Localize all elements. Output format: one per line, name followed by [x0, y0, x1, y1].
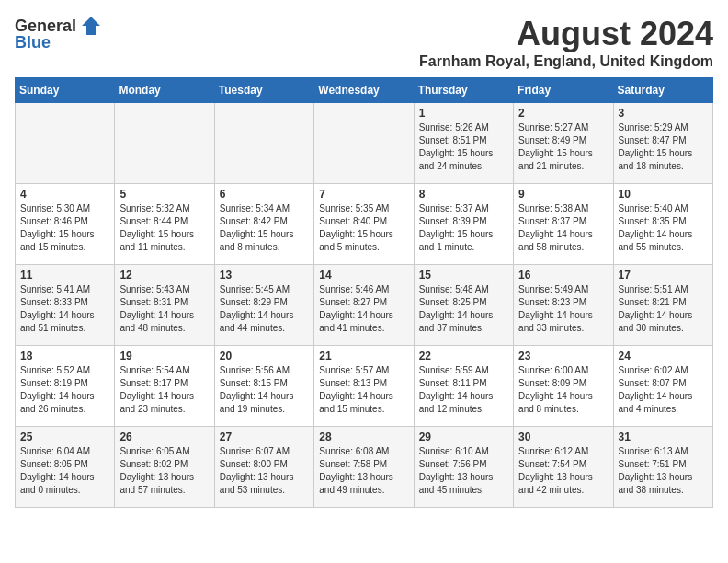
- day-number: 19: [119, 350, 209, 362]
- cell-sun-info: Sunrise: 6:04 AM Sunset: 8:05 PM Dayligh…: [20, 445, 109, 497]
- calendar-cell: 27Sunrise: 6:07 AM Sunset: 8:00 PM Dayli…: [214, 427, 313, 508]
- day-number: 22: [419, 350, 508, 362]
- calendar-cell: 28Sunrise: 6:08 AM Sunset: 7:58 PM Dayli…: [314, 427, 414, 508]
- calendar-cell: 12Sunrise: 5:43 AM Sunset: 8:31 PM Dayli…: [115, 265, 214, 346]
- day-number: 25: [20, 431, 109, 443]
- cell-sun-info: Sunrise: 5:27 AM Sunset: 8:49 PM Dayligh…: [518, 121, 608, 173]
- weekday-header-wednesday: Wednesday: [314, 78, 414, 103]
- cell-sun-info: Sunrise: 5:56 AM Sunset: 8:15 PM Dayligh…: [220, 364, 309, 416]
- cell-sun-info: Sunrise: 5:52 AM Sunset: 8:19 PM Dayligh…: [20, 364, 109, 416]
- logo-icon: [80, 15, 102, 37]
- calendar-cell: 3Sunrise: 5:29 AM Sunset: 8:47 PM Daylig…: [613, 103, 712, 184]
- day-number: 17: [619, 269, 708, 282]
- day-number: 29: [419, 431, 508, 443]
- calendar-cell: 6Sunrise: 5:34 AM Sunset: 8:42 PM Daylig…: [214, 184, 313, 265]
- calendar-cell: [214, 103, 313, 184]
- cell-sun-info: Sunrise: 5:30 AM Sunset: 8:46 PM Dayligh…: [20, 202, 109, 254]
- cell-sun-info: Sunrise: 6:13 AM Sunset: 7:51 PM Dayligh…: [619, 445, 708, 497]
- day-number: 18: [20, 350, 109, 362]
- calendar-week-row: 1Sunrise: 5:26 AM Sunset: 8:51 PM Daylig…: [16, 103, 713, 184]
- day-number: 15: [419, 269, 508, 282]
- calendar-cell: 4Sunrise: 5:30 AM Sunset: 8:46 PM Daylig…: [16, 184, 115, 265]
- day-number: 27: [220, 431, 309, 443]
- calendar-cell: 21Sunrise: 5:57 AM Sunset: 8:13 PM Dayli…: [314, 346, 414, 427]
- svg-marker-0: [82, 17, 100, 35]
- title-block: August 2024 Farnham Royal, England, Unit…: [419, 15, 713, 70]
- cell-sun-info: Sunrise: 5:35 AM Sunset: 8:40 PM Dayligh…: [319, 202, 408, 254]
- calendar-cell: 2Sunrise: 5:27 AM Sunset: 8:49 PM Daylig…: [514, 103, 613, 184]
- calendar-cell: [314, 103, 414, 184]
- calendar-cell: [16, 103, 115, 184]
- weekday-header-friday: Friday: [514, 78, 613, 103]
- calendar-cell: 5Sunrise: 5:32 AM Sunset: 8:44 PM Daylig…: [115, 184, 214, 265]
- day-number: 11: [20, 269, 109, 282]
- day-number: 6: [220, 188, 309, 201]
- page-header: General Blue August 2024 Farnham Royal, …: [15, 15, 713, 70]
- day-number: 28: [319, 431, 408, 443]
- calendar-cell: 15Sunrise: 5:48 AM Sunset: 8:25 PM Dayli…: [414, 265, 513, 346]
- cell-sun-info: Sunrise: 5:41 AM Sunset: 8:33 PM Dayligh…: [20, 283, 109, 335]
- cell-sun-info: Sunrise: 5:34 AM Sunset: 8:42 PM Dayligh…: [220, 202, 309, 254]
- day-number: 23: [518, 350, 608, 362]
- cell-sun-info: Sunrise: 6:10 AM Sunset: 7:56 PM Dayligh…: [419, 445, 508, 497]
- day-number: 10: [619, 188, 708, 201]
- calendar-week-row: 25Sunrise: 6:04 AM Sunset: 8:05 PM Dayli…: [16, 427, 713, 508]
- day-number: 30: [518, 431, 608, 443]
- calendar-cell: 10Sunrise: 5:40 AM Sunset: 8:35 PM Dayli…: [613, 184, 712, 265]
- calendar-cell: 13Sunrise: 5:45 AM Sunset: 8:29 PM Dayli…: [214, 265, 313, 346]
- day-number: 21: [319, 350, 408, 362]
- calendar-cell: 31Sunrise: 6:13 AM Sunset: 7:51 PM Dayli…: [613, 427, 712, 508]
- logo-blue-text: Blue: [15, 33, 51, 52]
- day-number: 2: [518, 107, 608, 120]
- location: Farnham Royal, England, United Kingdom: [419, 53, 713, 70]
- cell-sun-info: Sunrise: 5:54 AM Sunset: 8:17 PM Dayligh…: [119, 364, 209, 416]
- cell-sun-info: Sunrise: 6:12 AM Sunset: 7:54 PM Dayligh…: [518, 445, 608, 497]
- cell-sun-info: Sunrise: 6:02 AM Sunset: 8:07 PM Dayligh…: [619, 364, 708, 416]
- calendar-cell: 22Sunrise: 5:59 AM Sunset: 8:11 PM Dayli…: [414, 346, 513, 427]
- calendar-cell: 9Sunrise: 5:38 AM Sunset: 8:37 PM Daylig…: [514, 184, 613, 265]
- calendar-cell: 7Sunrise: 5:35 AM Sunset: 8:40 PM Daylig…: [314, 184, 414, 265]
- cell-sun-info: Sunrise: 6:08 AM Sunset: 7:58 PM Dayligh…: [319, 445, 408, 497]
- weekday-header-thursday: Thursday: [414, 78, 513, 103]
- calendar-cell: 1Sunrise: 5:26 AM Sunset: 8:51 PM Daylig…: [414, 103, 513, 184]
- day-number: 7: [319, 188, 408, 201]
- calendar-table: SundayMondayTuesdayWednesdayThursdayFrid…: [15, 77, 713, 508]
- cell-sun-info: Sunrise: 5:45 AM Sunset: 8:29 PM Dayligh…: [220, 283, 309, 335]
- month-year: August 2024: [419, 15, 713, 53]
- day-number: 14: [319, 269, 408, 282]
- day-number: 26: [119, 431, 209, 443]
- calendar-cell: 26Sunrise: 6:05 AM Sunset: 8:02 PM Dayli…: [115, 427, 214, 508]
- day-number: 8: [419, 188, 508, 201]
- calendar-week-row: 11Sunrise: 5:41 AM Sunset: 8:33 PM Dayli…: [16, 265, 713, 346]
- calendar-cell: 18Sunrise: 5:52 AM Sunset: 8:19 PM Dayli…: [16, 346, 115, 427]
- cell-sun-info: Sunrise: 5:46 AM Sunset: 8:27 PM Dayligh…: [319, 283, 408, 335]
- calendar-cell: 16Sunrise: 5:49 AM Sunset: 8:23 PM Dayli…: [514, 265, 613, 346]
- calendar-cell: 29Sunrise: 6:10 AM Sunset: 7:56 PM Dayli…: [414, 427, 513, 508]
- cell-sun-info: Sunrise: 5:48 AM Sunset: 8:25 PM Dayligh…: [419, 283, 508, 335]
- calendar-cell: 24Sunrise: 6:02 AM Sunset: 8:07 PM Dayli…: [613, 346, 712, 427]
- day-number: 1: [419, 107, 508, 120]
- cell-sun-info: Sunrise: 5:38 AM Sunset: 8:37 PM Dayligh…: [518, 202, 608, 254]
- day-number: 4: [20, 188, 109, 201]
- cell-sun-info: Sunrise: 6:05 AM Sunset: 8:02 PM Dayligh…: [119, 445, 209, 497]
- calendar-cell: 11Sunrise: 5:41 AM Sunset: 8:33 PM Dayli…: [16, 265, 115, 346]
- cell-sun-info: Sunrise: 5:26 AM Sunset: 8:51 PM Dayligh…: [419, 121, 508, 173]
- calendar-week-row: 4Sunrise: 5:30 AM Sunset: 8:46 PM Daylig…: [16, 184, 713, 265]
- cell-sun-info: Sunrise: 5:29 AM Sunset: 8:47 PM Dayligh…: [619, 121, 708, 173]
- calendar-cell: 23Sunrise: 6:00 AM Sunset: 8:09 PM Dayli…: [514, 346, 613, 427]
- cell-sun-info: Sunrise: 5:59 AM Sunset: 8:11 PM Dayligh…: [419, 364, 508, 416]
- day-number: 12: [119, 269, 209, 282]
- calendar-cell: 25Sunrise: 6:04 AM Sunset: 8:05 PM Dayli…: [16, 427, 115, 508]
- weekday-header-saturday: Saturday: [613, 78, 712, 103]
- cell-sun-info: Sunrise: 6:00 AM Sunset: 8:09 PM Dayligh…: [518, 364, 608, 416]
- day-number: 24: [619, 350, 708, 362]
- day-number: 13: [220, 269, 309, 282]
- calendar-cell: [115, 103, 214, 184]
- cell-sun-info: Sunrise: 5:32 AM Sunset: 8:44 PM Dayligh…: [119, 202, 209, 254]
- calendar-cell: 17Sunrise: 5:51 AM Sunset: 8:21 PM Dayli…: [613, 265, 712, 346]
- calendar-cell: 19Sunrise: 5:54 AM Sunset: 8:17 PM Dayli…: [115, 346, 214, 427]
- weekday-header-tuesday: Tuesday: [214, 78, 313, 103]
- day-number: 9: [518, 188, 608, 201]
- day-number: 20: [220, 350, 309, 362]
- cell-sun-info: Sunrise: 5:40 AM Sunset: 8:35 PM Dayligh…: [619, 202, 708, 254]
